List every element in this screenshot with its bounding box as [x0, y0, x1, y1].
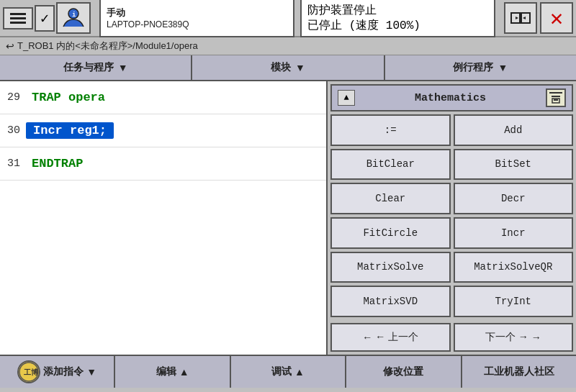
top-right: ✕	[504, 2, 573, 34]
top-bar-left: ✓ i	[3, 2, 91, 34]
add-instruction-label: 添加指令	[43, 365, 84, 378]
right-panel: ▲ Mathematics := Add BitClear BitSet Cle…	[328, 81, 576, 355]
next-label: 下一个 →	[485, 331, 528, 344]
nav-modules-arrow: ▼	[295, 62, 305, 73]
logo-circle: 工博	[17, 360, 40, 383]
nav-tasks-arrow: ▼	[118, 62, 128, 73]
bottom-debug[interactable]: 调试 ▲	[231, 356, 346, 388]
community-label: 工业机器人社区	[484, 365, 554, 378]
add-instruction-arrow: ▼	[86, 366, 96, 378]
btn-add[interactable]: Add	[454, 114, 574, 146]
protection-sub-label: 已停止 (速度 100%)	[307, 18, 488, 33]
filter-icon	[548, 90, 564, 106]
nav-tasks[interactable]: 任务与程序 ▼	[0, 55, 192, 80]
prev-next-nav: ← ← 上一个 下一个 → →	[330, 323, 573, 352]
code-text-29: TRAP opera	[26, 91, 105, 104]
modify-position-label: 修改位置	[383, 365, 423, 378]
btn-bitclear[interactable]: BitClear	[330, 149, 451, 181]
line-num-31: 31	[0, 158, 26, 170]
panel-header: ▲ Mathematics	[330, 84, 573, 111]
bottom-modify-position[interactable]: 修改位置	[346, 356, 462, 388]
edit-arrow: ▲	[179, 366, 189, 378]
mode-status-box: 手动 LAPTOP-PNOE389Q	[99, 0, 294, 37]
code-text-31: ENDTRAP	[26, 157, 83, 170]
svg-text:工博: 工博	[24, 368, 38, 376]
line-num-30: 30	[0, 124, 26, 137]
code-line-30[interactable]: 30 Incr reg1;	[0, 114, 326, 147]
panel-title: Mathematics	[415, 92, 486, 104]
svg-marker-7	[523, 17, 526, 19]
btn-incr[interactable]: Incr	[454, 217, 574, 249]
bottom-community[interactable]: 工业机器人社区	[462, 356, 576, 388]
btn-matrixsolve[interactable]: MatrixSolve	[330, 252, 451, 283]
nav-routines-arrow: ▼	[498, 62, 508, 73]
top-bar: ✓ i 手动 LAPTOP-PNOE389Q 防护装置停止 已停止 (速度 10…	[0, 0, 576, 37]
btn-tryint[interactable]: TryInt	[454, 286, 574, 317]
code-text-30: Incr reg1;	[26, 122, 114, 139]
bottom-edit[interactable]: 编辑 ▲	[115, 356, 230, 388]
edit-label: 编辑	[156, 365, 176, 378]
breadcrumb-text: T_ROB1 内的<未命名程序>/Module1/opera	[17, 40, 198, 53]
bottom-bar: 工博 添加指令 ▼ 编辑 ▲ 调试 ▲ 修改位置 工业机器人社区	[0, 355, 576, 388]
code-line-31[interactable]: 31 ENDTRAP	[0, 147, 326, 181]
menu-button[interactable]	[3, 7, 33, 29]
device-label: LAPTOP-PNOE389Q	[107, 19, 287, 29]
debug-label: 调试	[271, 365, 292, 378]
breadcrumb-icon: ↩	[6, 40, 14, 52]
close-button[interactable]: ✕	[540, 2, 573, 34]
next-button[interactable]: 下一个 → →	[454, 323, 574, 352]
btn-clear[interactable]: Clear	[330, 183, 451, 214]
btn-bitset[interactable]: BitSet	[454, 149, 574, 181]
logo-icon: 工博	[19, 362, 39, 382]
nav-routines-label: 例行程序	[453, 61, 493, 74]
check-button[interactable]: ✓	[35, 5, 55, 32]
btn-decr[interactable]: Decr	[454, 183, 574, 214]
user-icon: i	[62, 6, 85, 29]
prev-button[interactable]: ← ← 上一个	[330, 323, 451, 352]
prev-label: ← 上一个	[375, 331, 418, 344]
protection-status-label: 防护装置停止	[307, 3, 488, 18]
next-arrow: →	[531, 332, 541, 343]
code-line-29[interactable]: 29 TRAP opera	[0, 81, 326, 114]
nav-bar: 任务与程序 ▼ 模块 ▼ 例行程序 ▼	[0, 55, 576, 81]
nav-modules-label: 模块	[271, 61, 291, 74]
svg-text:i: i	[72, 12, 76, 19]
nav-modules[interactable]: 模块 ▼	[192, 55, 384, 80]
nav-tasks-label: 任务与程序	[63, 61, 114, 74]
code-panel: 29 TRAP opera 30 Incr reg1; 31 ENDTRAP	[0, 81, 328, 355]
filter-icon-button[interactable]	[546, 88, 566, 107]
user-icon-button[interactable]: i	[56, 2, 91, 34]
panel-arrows: ▲	[338, 90, 355, 106]
svg-marker-6	[516, 17, 518, 19]
btn-assign[interactable]: :=	[330, 114, 451, 146]
btn-matrixsolveqr[interactable]: MatrixSolveQR	[454, 252, 574, 283]
breadcrumb: ↩ T_ROB1 内的<未命名程序>/Module1/opera	[0, 37, 576, 55]
panel-up-arrow[interactable]: ▲	[338, 90, 355, 106]
logo-area: 工博	[17, 360, 40, 383]
signal-icon	[510, 7, 531, 29]
btn-fitcircle[interactable]: FitCircle	[330, 217, 451, 249]
top-center: 手动 LAPTOP-PNOE389Q 防护装置停止 已停止 (速度 100%)	[94, 0, 501, 37]
btn-matrixsvd[interactable]: MatrixSVD	[330, 286, 451, 317]
function-grid: := Add BitClear BitSet Clear Decr FitCir…	[330, 114, 573, 317]
main-content: 29 TRAP opera 30 Incr reg1; 31 ENDTRAP ▲…	[0, 81, 576, 355]
prev-arrow: ←	[362, 332, 372, 343]
bottom-add-instruction[interactable]: 工博 添加指令 ▼	[0, 356, 115, 388]
signal-icon-button[interactable]	[504, 2, 537, 34]
close-icon: ✕	[550, 5, 563, 32]
mode-label: 手动	[107, 6, 287, 19]
nav-routines[interactable]: 例行程序 ▼	[385, 55, 576, 80]
debug-arrow: ▲	[294, 366, 305, 378]
protection-status-box: 防护装置停止 已停止 (速度 100%)	[300, 0, 495, 37]
line-num-29: 29	[0, 91, 26, 104]
